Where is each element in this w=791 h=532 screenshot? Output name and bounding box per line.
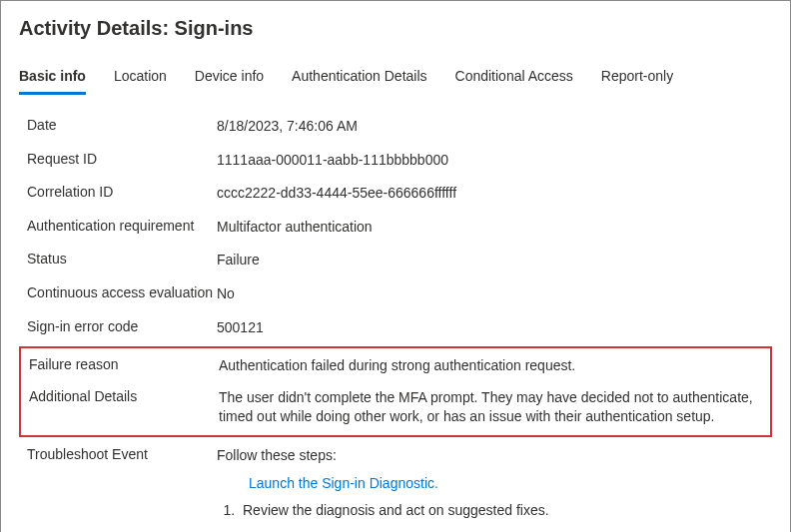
tab-device-info[interactable]: Device info bbox=[195, 68, 264, 95]
troubleshoot-steps: Review the diagnosis and act on suggeste… bbox=[239, 501, 772, 521]
row-error-code: Sign-in error code 500121 bbox=[19, 311, 772, 345]
details-list: Date 8/18/2023, 7:46:06 AM Request ID 11… bbox=[19, 110, 772, 528]
troubleshoot-step-1: Review the diagnosis and act on suggeste… bbox=[239, 501, 772, 521]
label-cae: Continuous access evaluation bbox=[19, 284, 217, 300]
tab-conditional-access[interactable]: Conditional Access bbox=[455, 68, 573, 95]
value-cae: No bbox=[217, 284, 772, 304]
label-status: Status bbox=[19, 251, 217, 266]
label-request-id: Request ID bbox=[19, 151, 217, 167]
tab-authentication-details[interactable]: Authentication Details bbox=[292, 68, 426, 95]
row-cae: Continuous access evaluation No bbox=[19, 277, 772, 311]
label-auth-requirement: Authentication requirement bbox=[19, 218, 217, 234]
activity-details-panel: Activity Details: Sign-ins Basic info Lo… bbox=[0, 0, 791, 532]
row-failure-reason: Failure reason Authentication failed dur… bbox=[21, 350, 770, 382]
label-date: Date bbox=[19, 117, 217, 133]
row-additional-details: Additional Details The user didn't compl… bbox=[21, 382, 770, 433]
label-failure-reason: Failure reason bbox=[21, 356, 219, 372]
label-correlation-id: Correlation ID bbox=[19, 184, 217, 200]
tab-report-only[interactable]: Report-only bbox=[601, 68, 673, 95]
value-correlation-id: cccc2222-dd33-4444-55ee-666666ffffff bbox=[217, 184, 772, 204]
row-auth-requirement: Authentication requirement Multifactor a… bbox=[19, 211, 772, 245]
value-error-code: 500121 bbox=[217, 318, 772, 338]
launch-diagnostic-link[interactable]: Launch the Sign-in Diagnostic. bbox=[249, 474, 772, 494]
value-date: 8/18/2023, 7:46:06 AM bbox=[217, 117, 772, 137]
highlighted-fields: Failure reason Authentication failed dur… bbox=[19, 346, 772, 437]
page-title: Activity Details: Sign-ins bbox=[19, 17, 772, 40]
value-auth-requirement: Multifactor authentication bbox=[217, 218, 772, 238]
label-troubleshoot: Troubleshoot Event bbox=[19, 446, 217, 462]
tab-basic-info[interactable]: Basic info bbox=[19, 68, 86, 95]
value-additional-details: The user didn't complete the MFA prompt.… bbox=[219, 388, 770, 427]
label-additional-details: Additional Details bbox=[21, 388, 219, 404]
value-status: Failure bbox=[217, 251, 772, 270]
tab-location[interactable]: Location bbox=[114, 68, 167, 95]
label-error-code: Sign-in error code bbox=[19, 318, 217, 334]
value-request-id: 1111aaa-000011-aabb-111bbbbb000 bbox=[217, 151, 772, 171]
row-status: Status Failure bbox=[19, 244, 772, 277]
row-correlation-id: Correlation ID cccc2222-dd33-4444-55ee-6… bbox=[19, 177, 772, 211]
value-failure-reason: Authentication failed during strong auth… bbox=[219, 356, 770, 376]
row-troubleshoot: Troubleshoot Event Follow these steps: L… bbox=[19, 439, 772, 528]
row-date: Date 8/18/2023, 7:46:06 AM bbox=[19, 110, 772, 144]
tab-strip: Basic info Location Device info Authenti… bbox=[19, 68, 772, 96]
value-troubleshoot: Follow these steps: Launch the Sign-in D… bbox=[217, 446, 772, 521]
troubleshoot-intro: Follow these steps: bbox=[217, 446, 772, 466]
row-request-id: Request ID 1111aaa-000011-aabb-111bbbbb0… bbox=[19, 144, 772, 178]
